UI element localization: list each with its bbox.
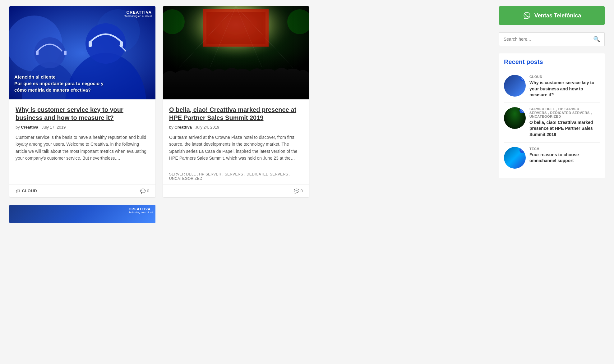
post-date-1: July 17, 2019 bbox=[42, 125, 66, 130]
post-title-2[interactable]: O bella, ciao! Creattiva marked presence… bbox=[169, 106, 303, 122]
search-box: 🔍 bbox=[499, 32, 605, 46]
post-excerpt-1: Customer service is the basis to have a … bbox=[16, 134, 149, 178]
whatsapp-label: Ventas Telefónica bbox=[534, 12, 581, 19]
post-meta-2: by Creattiva July 24, 2019 bbox=[169, 125, 303, 130]
post-footer-1: 🏷 CLOUD 💬 0 bbox=[9, 184, 155, 197]
recent-post-item-1: 0 CLOUD Why is customer service key to y… bbox=[504, 71, 600, 103]
post-comments-1: 💬 0 bbox=[140, 189, 149, 193]
recent-posts-section: Recent posts 0 CLOUD Why is customer ser… bbox=[499, 53, 605, 178]
post-image-2 bbox=[163, 6, 309, 99]
comment-icon-2: 💬 bbox=[294, 189, 299, 193]
post-author-2: Creattiva bbox=[174, 125, 192, 130]
brand-logo-partial: CREATTIVA Tu hosting en el cloud bbox=[129, 207, 153, 214]
recent-post-badge-3: 0 bbox=[519, 148, 525, 153]
recent-post-content-1: CLOUD Why is customer service key to you… bbox=[529, 75, 600, 98]
whatsapp-icon bbox=[523, 11, 531, 20]
post-date-2: July 24, 2019 bbox=[195, 125, 219, 130]
recent-post-badge-1: 0 bbox=[519, 75, 525, 81]
post-meta-1: by Creattiva July 17, 2019 bbox=[16, 125, 149, 130]
recent-post-thumb-3: 0 bbox=[504, 147, 526, 169]
svg-rect-15 bbox=[206, 12, 265, 44]
post-card-partial: CREATTIVA Tu hosting en el cloud bbox=[9, 205, 155, 223]
post-card-1-body: Why is customer service key to your busi… bbox=[9, 99, 155, 184]
svg-rect-5 bbox=[36, 51, 39, 55]
post-title-1[interactable]: Why is customer service key to your busi… bbox=[16, 106, 149, 122]
recent-post-item-3: 0 TECH Four reasons to choose omnichanne… bbox=[504, 143, 600, 173]
search-input[interactable] bbox=[504, 37, 591, 42]
svg-rect-9 bbox=[89, 41, 92, 47]
brand-logo-1: CREATTIVA Tu hosting en el cloud bbox=[124, 10, 152, 18]
recent-post-title-2[interactable]: O bella, ciao! Creattiva marked presence… bbox=[529, 120, 600, 138]
recent-post-thumb-1: 0 bbox=[504, 75, 526, 97]
post-image-1-overlay: Atención al cliente Por qué es important… bbox=[14, 74, 104, 93]
post-excerpt-2: Our team arrived at the Crowne Plaza hot… bbox=[169, 134, 303, 162]
recent-posts-title: Recent posts bbox=[504, 58, 600, 66]
post-comments-2: 💬 0 bbox=[294, 189, 303, 193]
post-card-2-body: O bella, ciao! Creattiva marked presence… bbox=[163, 99, 309, 168]
main-content: Atención al cliente Por qué es important… bbox=[9, 6, 490, 223]
svg-point-4 bbox=[34, 37, 65, 68]
page-wrapper: Atención al cliente Por qué es important… bbox=[0, 0, 614, 230]
tag-icon-1: 🏷 bbox=[16, 189, 20, 193]
post-author-1: Creattiva bbox=[21, 125, 38, 130]
comment-icon-1: 💬 bbox=[140, 189, 145, 193]
recent-post-content-3: TECH Four reasons to choose omnichannel … bbox=[529, 147, 600, 164]
posts-grid-partial: CREATTIVA Tu hosting en el cloud bbox=[9, 205, 490, 223]
sidebar: Ventas Telefónica 🔍 Recent posts 0 CLOUD… bbox=[499, 6, 605, 223]
post-category-1: 🏷 CLOUD bbox=[16, 189, 37, 193]
search-icon[interactable]: 🔍 bbox=[593, 36, 600, 43]
post-footer-2: 💬 0 bbox=[163, 184, 309, 197]
recent-post-category-3: TECH bbox=[529, 147, 600, 151]
whatsapp-button[interactable]: Ventas Telefónica bbox=[499, 6, 605, 25]
recent-post-title-1[interactable]: Why is customer service key to your busi… bbox=[529, 80, 600, 98]
recent-post-item-2: 0 SERVER DELL , HP SERVER , SERVERS , DE… bbox=[504, 103, 600, 143]
svg-rect-6 bbox=[64, 51, 67, 55]
recent-post-thumb-2: 0 bbox=[504, 107, 526, 129]
post-card-2: O bella, ciao! Creattiva marked presence… bbox=[163, 6, 309, 197]
recent-post-badge-2: 0 bbox=[519, 108, 525, 113]
post-image-1: Atención al cliente Por qué es important… bbox=[9, 6, 155, 99]
posts-grid: Atención al cliente Por qué es important… bbox=[9, 6, 490, 197]
recent-post-title-3[interactable]: Four reasons to choose omnichannel suppo… bbox=[529, 152, 600, 164]
post-card-1: Atención al cliente Por qué es important… bbox=[9, 6, 155, 197]
recent-post-category-1: CLOUD bbox=[529, 75, 600, 79]
recent-post-category-2: SERVER DELL , HP SERVER , SERVERS , DEDI… bbox=[529, 107, 600, 118]
post-tags-2: SERVER DELL , HP SERVER , SERVERS , DEDI… bbox=[163, 168, 309, 184]
recent-post-content-2: SERVER DELL , HP SERVER , SERVERS , DEDI… bbox=[529, 107, 600, 138]
